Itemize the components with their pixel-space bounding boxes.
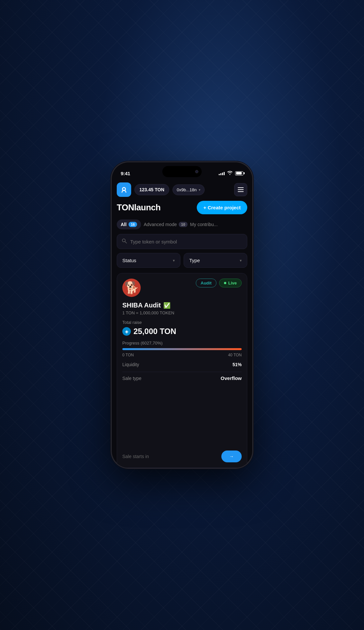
app-header: 123.45 TON 0x9b...18n ▾ (111, 180, 253, 201)
type-chevron-icon: ▾ (240, 258, 242, 263)
address-text: 0x9b...18n (177, 187, 197, 192)
main-content: TONlaunch + Create project All 16 Advanc… (111, 201, 253, 468)
token-rate: 1 TON = 1,000,000 TOKEN (122, 310, 242, 315)
project-logo: 🐕 (122, 279, 141, 297)
status-chevron-icon: ▾ (173, 258, 175, 263)
progress-range: 0 TON 40 TON (122, 353, 242, 357)
wifi-icon (227, 171, 233, 176)
tab-my-label: My contribu... (190, 222, 218, 227)
total-raise-amount: ◈ 25,000 TON (122, 327, 242, 336)
project-card[interactable]: 🐕 Audit Live SHIBA Audit ✅ 1 TON = 1,000… (117, 273, 247, 468)
project-name-row: SHIBA Audit ✅ (122, 302, 242, 309)
verified-icon: ✅ (163, 302, 171, 309)
tab-advanced-label: Advanced mode (144, 222, 177, 227)
status-icons (219, 171, 243, 176)
raise-amount-text: 25,000 TON (133, 327, 176, 336)
range-min: 0 TON (122, 353, 134, 357)
shiba-emoji: 🐕 (124, 282, 139, 294)
live-dot (224, 282, 226, 284)
create-project-button[interactable]: + Create project (197, 201, 247, 214)
sale-starts-button[interactable]: → (221, 451, 242, 462)
camera-dot (195, 170, 198, 173)
ton-icon: ◈ (122, 327, 131, 336)
card-header: 🐕 Audit Live (122, 279, 242, 297)
divider-1 (122, 372, 242, 372)
liquidity-row: Liquidity 51% (122, 362, 242, 367)
signal-bar-3 (222, 173, 223, 175)
hamburger-line-2 (238, 189, 244, 190)
tab-advanced-badge: 10 (179, 222, 187, 227)
wallet-balance[interactable]: 123.45 TON (134, 184, 169, 195)
card-badges: Audit Live (196, 279, 242, 287)
status-filter-label: Status (122, 258, 136, 263)
status-time: 9:41 (121, 171, 130, 176)
tab-all[interactable]: All 16 (117, 220, 141, 229)
project-name: SHIBA Audit (122, 302, 161, 309)
tab-advanced-mode[interactable]: Advanced mode 10 (144, 222, 187, 227)
ton-diamond-icon: ◈ (125, 329, 129, 334)
search-input[interactable] (130, 239, 242, 244)
sale-starts-arrow: → (229, 454, 234, 459)
audit-badge: Audit (196, 279, 216, 287)
battery-icon (235, 171, 243, 176)
sale-type-value: Overflow (221, 375, 242, 381)
liquidity-value: 51% (233, 362, 242, 367)
search-bar (117, 234, 247, 249)
type-filter[interactable]: Type ▾ (184, 253, 247, 268)
svg-point-1 (123, 188, 125, 190)
total-raise-label: Total raise (122, 320, 242, 325)
tab-all-badge: 16 (129, 222, 137, 227)
page-title-row: TONlaunch + Create project (117, 201, 247, 214)
sale-type-label: Sale type (122, 376, 141, 381)
tab-my-contributions[interactable]: My contribu... (190, 222, 218, 227)
chevron-down-icon: ▾ (199, 188, 200, 192)
sale-type-row: Sale type Overflow (122, 375, 242, 381)
menu-button[interactable] (234, 183, 247, 196)
progress-bar-fill (122, 348, 242, 350)
signal-icon (219, 171, 225, 175)
wallet-address[interactable]: 0x9b...18n ▾ (172, 184, 205, 195)
live-badge: Live (219, 279, 242, 287)
signal-bar-2 (220, 173, 221, 175)
dynamic-island (162, 166, 202, 177)
progress-label: Progress (6027,70%) (122, 341, 242, 346)
sale-starts-row: Sale starts in → (122, 447, 242, 462)
liquidity-label: Liquidity (122, 362, 139, 367)
tabs-row: All 16 Advanced mode 10 My contribu... (117, 220, 247, 229)
phone-frame: 9:41 (111, 162, 253, 468)
signal-bar-4 (224, 172, 225, 175)
range-max: 40 TON (228, 353, 242, 357)
live-badge-text: Live (228, 281, 237, 285)
status-filter[interactable]: Status ▾ (117, 253, 180, 268)
hamburger-line-3 (238, 191, 244, 192)
battery-fill (236, 172, 242, 175)
sale-starts-label: Sale starts in (122, 454, 149, 459)
page-title: TONlaunch (117, 202, 161, 213)
app-logo (117, 182, 131, 197)
signal-bar-1 (219, 174, 220, 175)
tab-all-label: All (121, 222, 127, 227)
svg-line-3 (125, 242, 127, 243)
filter-row: Status ▾ Type ▾ (117, 253, 247, 268)
search-icon (122, 238, 127, 245)
progress-bar-wrap (122, 348, 242, 350)
type-filter-label: Type (189, 258, 200, 263)
hamburger-line-1 (238, 187, 244, 188)
hamburger-icon (238, 187, 244, 192)
